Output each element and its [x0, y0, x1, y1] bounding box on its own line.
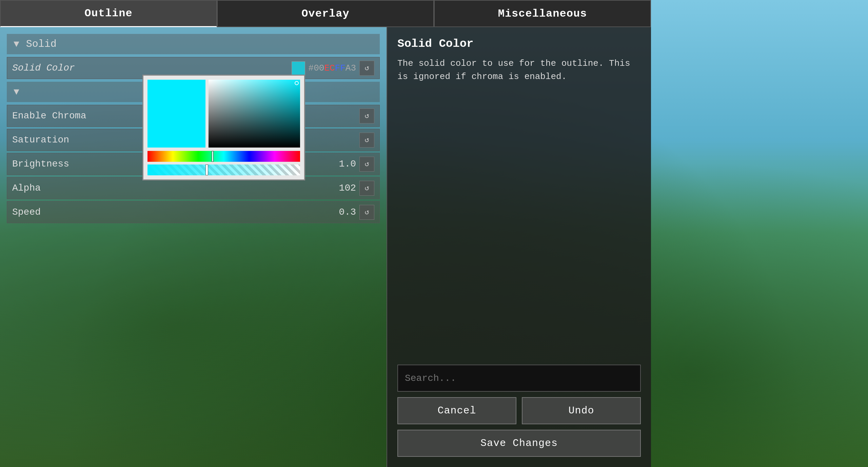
alpha-cursor — [205, 164, 208, 175]
speed-reset-button[interactable]: ↺ — [359, 205, 374, 220]
color-hex-display: #00ECFFA3 — [309, 63, 356, 73]
filter2-icon: ▼ — [14, 87, 19, 97]
info-description: The solid color to use for the outline. … — [397, 57, 641, 365]
saturation-reset-button[interactable]: ↺ — [359, 133, 374, 148]
speed-row[interactable]: Speed 0.3 ↺ — [7, 201, 380, 223]
search-input[interactable] — [397, 365, 641, 392]
hue-slider[interactable] — [147, 151, 300, 162]
speed-label: Speed — [12, 207, 339, 217]
section1-title: Solid — [26, 38, 57, 50]
bottom-controls: Cancel Undo Save Changes — [397, 365, 641, 457]
color-picker-cursor — [295, 81, 299, 85]
tab-outline[interactable]: Outline — [0, 0, 217, 27]
left-panel: ▼ Solid Solid Color #00ECFFA3 ↺ — [0, 27, 387, 467]
alpha-slider[interactable] — [147, 164, 300, 175]
right-panel: Solid Color The solid color to use for t… — [387, 27, 651, 467]
color-picker-gradient[interactable] — [147, 80, 300, 148]
section1-header: ▼ Solid — [7, 34, 380, 54]
color-picker-popup[interactable] — [142, 75, 305, 180]
solid-color-reset-button[interactable]: ↺ — [359, 61, 374, 76]
brightness-reset-button[interactable]: ↺ — [359, 157, 374, 172]
enable-chroma-reset-button[interactable]: ↺ — [359, 109, 374, 123]
hue-cursor — [212, 151, 214, 162]
tab-overlay[interactable]: Overlay — [217, 0, 434, 27]
cancel-undo-row: Cancel Undo — [397, 397, 641, 424]
save-changes-button[interactable]: Save Changes — [397, 430, 641, 457]
color-gradient-area[interactable] — [209, 80, 300, 148]
undo-button[interactable]: Undo — [522, 397, 641, 424]
alpha-label: Alpha — [12, 183, 339, 193]
alpha-gradient — [147, 164, 300, 175]
color-solid-preview — [147, 80, 205, 148]
tab-miscellaneous[interactable]: Miscellaneous — [434, 0, 651, 27]
solid-color-label: Solid Color — [12, 63, 292, 73]
speed-value: 0.3 — [339, 207, 356, 217]
info-title: Solid Color — [397, 37, 641, 50]
alpha-reset-button[interactable]: ↺ — [359, 181, 374, 196]
color-preview-swatch[interactable] — [292, 61, 305, 75]
filter-icon: ▼ — [14, 39, 19, 50]
brightness-value: 1.0 — [339, 159, 356, 169]
content-area: ▼ Solid Solid Color #00ECFFA3 ↺ — [0, 27, 651, 467]
tabs-bar: Outline Overlay Miscellaneous — [0, 0, 651, 27]
cancel-button[interactable]: Cancel — [397, 397, 516, 424]
alpha-value: 102 — [339, 183, 356, 193]
ui-container: Outline Overlay Miscellaneous ▼ Solid So… — [0, 0, 651, 467]
